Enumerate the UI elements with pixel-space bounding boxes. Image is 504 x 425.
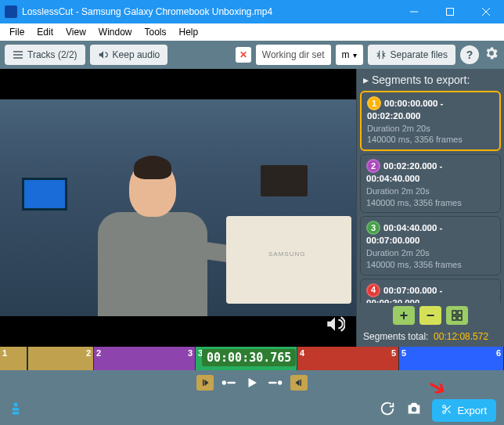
maximize-button[interactable]: [432, 0, 468, 23]
timeline-seg-num-left: 5: [401, 348, 406, 358]
timeline-seg-num-right: 3: [188, 348, 193, 358]
titlebar: LosslessCut - Samsung Galaxy Chromebook …: [0, 0, 504, 23]
menubar: File Edit View Window Tools Help: [0, 23, 504, 41]
separate-files-button[interactable]: Separate files: [368, 45, 455, 65]
menu-view[interactable]: View: [59, 25, 92, 39]
menu-file[interactable]: File: [3, 25, 31, 39]
timeline-segment[interactable]: 56: [399, 347, 504, 370]
menu-help[interactable]: Help: [173, 25, 205, 39]
toolbar: Tracks (2/2) Keep audio ✕ Working dir se…: [0, 41, 504, 69]
export-button[interactable]: Export: [432, 399, 496, 422]
capture-frame-button[interactable]: [405, 400, 423, 420]
shelf: [261, 165, 308, 196]
chevron-down-icon: ▾: [353, 51, 357, 59]
play-button[interactable]: [245, 376, 259, 390]
menu-window[interactable]: Window: [92, 25, 139, 39]
tracks-button[interactable]: Tracks (2/2): [5, 45, 85, 65]
rotate-button[interactable]: [379, 400, 396, 420]
segment-item[interactable]: 100:00:00.000 - 00:02:20.000Duration 2m …: [360, 91, 501, 151]
batch-icon[interactable]: [8, 401, 23, 420]
segments-header: ▸ Segments to export:: [357, 69, 504, 91]
set-end-button[interactable]: [290, 375, 308, 391]
segments-header-label: Segments to export:: [372, 74, 470, 86]
svg-point-12: [14, 403, 18, 407]
svg-point-8: [222, 380, 226, 384]
segment-frames: 140000 ms, 3356 frames: [366, 197, 495, 209]
working-dir-clear-button[interactable]: ✕: [236, 47, 251, 63]
segment-duration: Duration 2m 20s: [367, 123, 494, 135]
timeline-seg-num-left: 4: [300, 348, 304, 358]
laptop-brand: SAMSUNG: [268, 250, 305, 258]
speaker-icon: [98, 49, 109, 60]
chevron-right-icon: ▸: [363, 74, 369, 86]
segment-tools: + −: [357, 303, 504, 328]
seek-prev-keyframe-button[interactable]: [221, 376, 237, 389]
timeline-current-time: 00:00:30.765: [202, 349, 296, 366]
svg-rect-4: [452, 311, 456, 315]
set-start-button[interactable]: [196, 375, 214, 391]
segment-frames: 140000 ms, 3356 frames: [367, 134, 494, 146]
person: [94, 160, 211, 316]
seek-next-keyframe-button[interactable]: [267, 376, 283, 389]
settings-button[interactable]: [484, 45, 499, 64]
menu-edit[interactable]: Edit: [31, 25, 59, 39]
svg-rect-9: [227, 382, 236, 384]
menu-tools[interactable]: Tools: [139, 25, 173, 39]
segment-duration: Duration 2m 20s: [366, 185, 495, 197]
format-value: m: [342, 49, 350, 60]
add-segment-button[interactable]: +: [393, 306, 415, 325]
laptop: SAMSUNG: [226, 216, 351, 304]
help-button[interactable]: ?: [460, 45, 479, 64]
timeline-seg-num-right: 6: [496, 348, 501, 358]
separate-files-label: Separate files: [391, 49, 448, 60]
svg-point-11: [278, 380, 282, 384]
segments-panel: ▸ Segments to export: 100:00:00.000 - 00…: [356, 69, 504, 347]
segment-item[interactable]: 400:07:00.000 - 00:09:20.000Duration 2m …: [360, 279, 501, 303]
segment-item[interactable]: 200:02:20.000 - 00:04:40.000Duration 2m …: [360, 154, 501, 213]
hamburger-icon: [13, 49, 23, 60]
timeline-segment[interactable]: 23: [94, 347, 196, 370]
video-frame: SAMSUNG: [0, 99, 356, 316]
segments-total-value: 00:12:08.572: [434, 331, 488, 342]
segment-frames: 140000 ms, 3356 frames: [366, 259, 495, 271]
tracks-label: Tracks (2/2): [27, 49, 77, 60]
timeline[interactable]: 122334455600:00:30.765: [0, 347, 504, 370]
export-label: Export: [457, 405, 487, 416]
close-button[interactable]: [468, 0, 504, 23]
minimize-button[interactable]: [396, 0, 432, 23]
window-title: LosslessCut - Samsung Galaxy Chromebook …: [22, 6, 396, 17]
segment-number-badge: 2: [366, 159, 380, 173]
svg-rect-14: [13, 412, 19, 414]
working-dir-label[interactable]: Working dir set: [256, 45, 331, 65]
timeline-seg-num-right: 2: [86, 348, 91, 358]
keep-audio-label: Keep audio: [113, 49, 160, 60]
timeline-seg-num-left: 2: [96, 348, 101, 358]
svg-point-17: [443, 410, 446, 413]
format-select[interactable]: m ▾: [336, 45, 363, 65]
keep-audio-button[interactable]: Keep audio: [90, 45, 168, 65]
segment-number-badge: 4: [366, 283, 380, 297]
svg-point-16: [443, 405, 446, 408]
svg-rect-10: [268, 382, 277, 384]
timeline-segment[interactable]: 45: [297, 347, 399, 370]
timeline-cursor[interactable]: [27, 347, 28, 370]
segment-grid-button[interactable]: [446, 306, 468, 325]
svg-rect-7: [458, 316, 462, 320]
remove-segment-button[interactable]: −: [419, 306, 441, 325]
app-icon: [5, 5, 17, 18]
bottom-bar: Export ➔: [0, 395, 504, 425]
svg-rect-13: [13, 408, 19, 410]
playback-controls: [0, 370, 504, 395]
split-icon: [376, 49, 387, 60]
svg-rect-5: [458, 311, 462, 315]
segment-number-badge: 3: [366, 221, 380, 235]
segment-duration: Duration 2m 20s: [366, 247, 495, 259]
video-preview[interactable]: SAMSUNG: [0, 69, 356, 347]
svg-rect-1: [447, 9, 454, 16]
wall-art: [22, 178, 67, 211]
timeline-segment[interactable]: 12: [0, 347, 94, 370]
segments-total-label: Segments total:: [363, 331, 428, 342]
segment-item[interactable]: 300:04:40.000 - 00:07:00.000Duration 2m …: [360, 216, 501, 275]
volume-icon[interactable]: [325, 314, 345, 337]
svg-point-15: [412, 407, 416, 412]
